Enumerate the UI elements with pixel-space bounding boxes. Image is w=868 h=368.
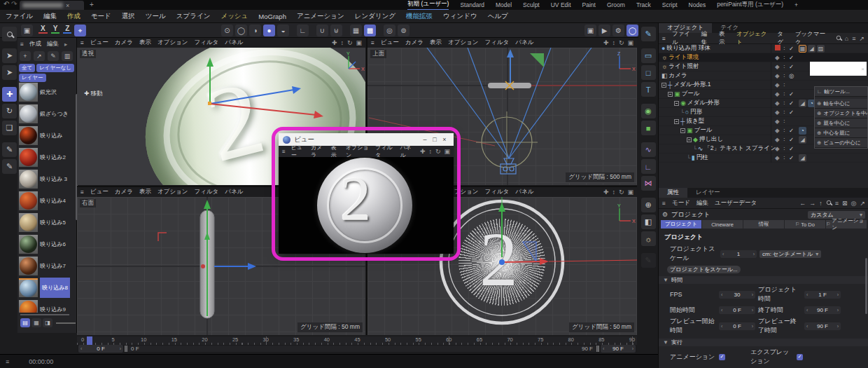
time-field-spinner[interactable]: ‹90 F› xyxy=(804,322,841,330)
symmetry-tool[interactable]: ⋈ xyxy=(641,176,656,191)
pan-icon[interactable]: ✚ xyxy=(603,39,609,46)
enable-check-icon[interactable]: ✓ xyxy=(789,154,794,161)
home-icon[interactable]: ⌂ xyxy=(845,35,848,42)
delete-material-icon[interactable]: ▥ xyxy=(62,51,73,61)
zoom-icon[interactable]: ↕ xyxy=(340,39,344,46)
context-menu-center-to-parent[interactable]: ⊕ 中心を親に xyxy=(815,128,867,138)
timeline-start-spinner[interactable]: ‹0 F› xyxy=(78,345,123,353)
filter-icon[interactable]: ≡ xyxy=(852,35,855,42)
hamburger-icon[interactable]: ≡ xyxy=(80,189,84,196)
undo-icon[interactable]: ↶ xyxy=(4,0,9,8)
expand-icon[interactable] xyxy=(668,92,673,97)
visibility-dots-icon[interactable]: ∶ xyxy=(783,54,785,61)
spline-pen-tool[interactable]: ✎ xyxy=(641,27,656,41)
clock-tag-icon[interactable]: ◔ xyxy=(799,127,806,135)
camera-tool[interactable]: ◧ xyxy=(641,214,656,229)
snap-quantize-icon[interactable]: ▩ xyxy=(364,25,376,36)
viewport-menu-camera[interactable]: カメラ xyxy=(115,39,133,47)
visibility-dots-icon[interactable]: ∶ xyxy=(783,81,785,88)
hamburger-icon[interactable]: ≡ xyxy=(20,41,24,48)
enable-check-icon[interactable]: ✓ xyxy=(789,45,794,52)
menu-select[interactable]: 選択 xyxy=(122,12,135,21)
workspace-tab-9[interactable]: Nodes xyxy=(689,1,706,8)
material-item[interactable]: 映り込み2 xyxy=(18,146,77,168)
enable-check-icon[interactable]: ✓ xyxy=(789,127,794,134)
spline-primitive-tool[interactable]: ▭ xyxy=(641,48,656,63)
timeline-end-spinner[interactable]: ‹90 F› xyxy=(601,345,636,353)
soft-pen-tool[interactable]: ✎ xyxy=(2,142,17,157)
texture-mode-icon[interactable]: ◑ xyxy=(249,25,261,36)
orbit-icon[interactable]: ↻ xyxy=(347,39,353,46)
axis-lock-x[interactable]: X xyxy=(38,25,48,34)
expand-icon[interactable] xyxy=(674,101,679,106)
document-tab[interactable]: × xyxy=(20,1,84,10)
material-item[interactable]: 映り込み6 xyxy=(18,233,77,255)
material-item[interactable]: 銀ざらつき xyxy=(18,103,77,125)
enable-check-icon[interactable]: ✓ xyxy=(789,90,794,97)
visibility-dots-icon[interactable]: ∶ xyxy=(783,118,785,125)
viewport-menu-filter[interactable]: フィルタ xyxy=(194,39,218,47)
time-field-spinner[interactable]: ‹0 F› xyxy=(719,322,755,330)
list-view-icon[interactable]: ▤ xyxy=(20,318,30,327)
layer-icon[interactable] xyxy=(775,45,780,52)
generator-tool[interactable]: ■ xyxy=(641,121,656,135)
checkbox-checked[interactable]: ✓ xyxy=(797,354,803,360)
thumb-size-slider[interactable] xyxy=(56,322,76,324)
menu-window[interactable]: ウィンドウ xyxy=(443,12,477,21)
menu-mode[interactable]: モード xyxy=(91,12,111,21)
visibility-dots-icon[interactable]: ∶ xyxy=(783,72,785,79)
viewport-menu-camera[interactable]: カメラ xyxy=(405,39,424,47)
up-icon[interactable]: ↑ xyxy=(819,200,822,207)
material-menu-edit[interactable]: 編集 xyxy=(47,40,59,48)
menu-file[interactable]: ファイル xyxy=(6,12,33,21)
expand-icon[interactable] xyxy=(680,128,685,133)
viewport-menu-options[interactable]: オプション xyxy=(448,39,479,47)
model-mode-icon[interactable]: ◯ xyxy=(235,25,247,36)
menu-extensions[interactable]: 機能拡張 xyxy=(406,12,433,21)
render-picture-viewer-icon[interactable]: ▶ xyxy=(598,25,610,36)
assign-material-icon[interactable]: ↗ xyxy=(34,51,45,61)
playhead[interactable] xyxy=(87,336,92,345)
texture-tag-icon[interactable]: ▨ xyxy=(817,45,825,53)
phong-tag-icon[interactable]: ◢ xyxy=(799,100,806,107)
attr-menu-1[interactable]: 編集 xyxy=(696,199,708,207)
live-selection-tool[interactable]: ➤ xyxy=(2,48,17,63)
pick-material-icon[interactable]: ✎ xyxy=(48,51,59,61)
viewport-menu-camera[interactable]: カメラ xyxy=(115,188,133,196)
viewport-menu-view[interactable]: ビュー xyxy=(90,188,108,196)
layer-icon[interactable]: ◆ xyxy=(775,136,780,143)
redo-icon[interactable]: ↷ xyxy=(11,0,17,8)
layer-icon[interactable]: ◆ xyxy=(775,90,780,97)
autokey-icon[interactable]: ⊚ xyxy=(398,25,410,36)
visibility-dots-icon[interactable]: ∶ xyxy=(783,63,785,70)
layer-icon[interactable]: ◆ xyxy=(775,127,780,134)
minimize-icon[interactable]: – xyxy=(420,136,430,143)
visibility-dots-icon[interactable]: ∶ xyxy=(783,154,785,161)
visibility-dots-icon[interactable]: ∶ xyxy=(783,145,785,152)
mograph-text-tool[interactable]: T xyxy=(641,82,656,97)
hamburger-icon[interactable]: ≡ xyxy=(662,200,666,207)
workspace-tab-0[interactable]: 初期 (ユーザー) xyxy=(407,0,449,11)
target-icon[interactable]: ◎ xyxy=(789,72,794,79)
enable-check-icon[interactable]: ✓ xyxy=(789,63,794,70)
scale-project-button[interactable]: プロジェクトをスケール... xyxy=(667,266,741,273)
attr-menu-0[interactable]: モード xyxy=(672,199,690,207)
orbit-icon[interactable]: ↻ xyxy=(619,189,624,196)
workspace-tab-6[interactable]: Groom xyxy=(607,1,625,8)
attribute-scrollbar[interactable] xyxy=(865,258,867,314)
time-section-header[interactable]: ▼時間 xyxy=(659,276,868,284)
snap-grid-icon[interactable]: ▦ xyxy=(350,25,362,36)
polygon-mode-icon[interactable]: ● xyxy=(263,25,275,36)
find-tool[interactable] xyxy=(2,27,17,41)
hamburger-icon[interactable]: ≡ xyxy=(662,35,666,42)
material-item[interactable]: 映り込み4 xyxy=(18,190,77,212)
filter-icon[interactable]: ≡ xyxy=(835,200,839,207)
menu-rendering[interactable]: レンダリング xyxy=(355,12,396,21)
layer-icon[interactable]: ◆ xyxy=(775,154,780,161)
context-menu-center-axis[interactable]: ⊕ 軸を中心に xyxy=(815,99,867,109)
pan-icon[interactable]: ✚ xyxy=(332,39,337,46)
time-field-spinner[interactable]: ‹1 F› xyxy=(804,291,841,299)
lock-icon[interactable]: ⊠ xyxy=(842,200,848,207)
move-tool[interactable]: ✚ xyxy=(2,87,17,102)
section-tab-3[interactable]: ⚐To Do xyxy=(785,220,825,229)
